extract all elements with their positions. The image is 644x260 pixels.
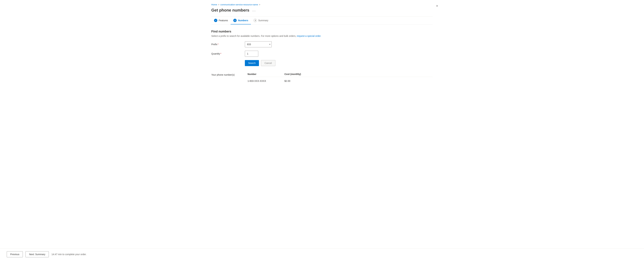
breadcrumb-separator-2: > <box>259 3 260 6</box>
phone-table-header: Number Cost (monthly) <box>248 73 433 77</box>
phone-numbers-section: Your phone number(s) Number Cost (monthl… <box>211 73 433 84</box>
completion-time-text: 14:47 min to complete your order. <box>52 253 86 256</box>
close-button[interactable]: × <box>435 3 440 8</box>
next-summary-button[interactable]: Next: Summary <box>26 251 49 257</box>
quantity-input[interactable] <box>245 51 258 57</box>
tab-summary-badge: 3 <box>254 19 257 22</box>
phone-numbers-label: Your phone number(s) <box>211 73 245 76</box>
cancel-button[interactable]: Cancel <box>261 60 276 66</box>
breadcrumb-resource[interactable]: communication-service-resource-name <box>220 3 258 6</box>
find-numbers-description: Select a prefix to search for available … <box>211 35 433 37</box>
phone-table: Number Cost (monthly) 1-833-XXX-XXXX $2.… <box>248 73 433 84</box>
tab-features-label: Features <box>219 19 228 22</box>
prefix-select-container: 800 833 844 855 866 877 888 ▾ <box>245 41 272 47</box>
prefix-label: Prefix* <box>211 43 245 46</box>
quantity-label: Quantity* <box>211 52 245 55</box>
previous-button[interactable]: Previous <box>7 251 23 257</box>
table-row: 1-833-XXX-XXXX $2.00 <box>248 78 433 84</box>
prefix-required: * <box>218 43 218 46</box>
breadcrumb: Home > communication-service-resource-na… <box>211 3 433 6</box>
tab-summary[interactable]: 3 Summary <box>251 17 271 24</box>
breadcrumb-home[interactable]: Home <box>211 3 217 6</box>
breadcrumb-separator-1: > <box>218 3 219 6</box>
number-column-header: Number <box>248 73 271 75</box>
footer: Previous Next: Summary 14:47 min to comp… <box>0 249 644 260</box>
form-buttons: Search Cancel <box>245 60 433 66</box>
page-title: Get phone numbers <box>211 8 250 12</box>
check-icon: ✓ <box>215 19 216 21</box>
prefix-form-group: Prefix* 800 833 844 855 866 877 888 ▾ <box>211 41 433 47</box>
find-numbers-title: Find numbers <box>211 30 433 33</box>
cost-column-header: Cost (monthly) <box>284 73 308 75</box>
find-numbers-section: Find numbers Select a prefix to search f… <box>211 30 433 89</box>
tab-features[interactable]: ✓ Features <box>211 17 230 24</box>
tab-numbers-label: Numbers <box>238 19 248 22</box>
quantity-required: * <box>220 52 221 55</box>
prefix-select[interactable]: 800 833 844 855 866 877 888 <box>245 41 272 47</box>
search-button[interactable]: Search <box>245 60 259 66</box>
tab-features-badge: ✓ <box>214 19 217 22</box>
ellipsis-button[interactable]: ... <box>252 8 257 12</box>
number-value: 1-833-XXX-XXXX <box>248 80 271 82</box>
tab-numbers[interactable]: 2 Numbers <box>230 17 251 24</box>
tab-summary-label: Summary <box>258 19 268 22</box>
special-order-link[interactable]: request a special order. <box>297 35 321 37</box>
cost-value: $2.00 <box>284 80 308 82</box>
tabs-container: ✓ Features 2 Numbers 3 Summary <box>211 17 433 24</box>
quantity-form-group: Quantity* <box>211 51 433 57</box>
tab-numbers-badge: 2 <box>233 19 237 22</box>
